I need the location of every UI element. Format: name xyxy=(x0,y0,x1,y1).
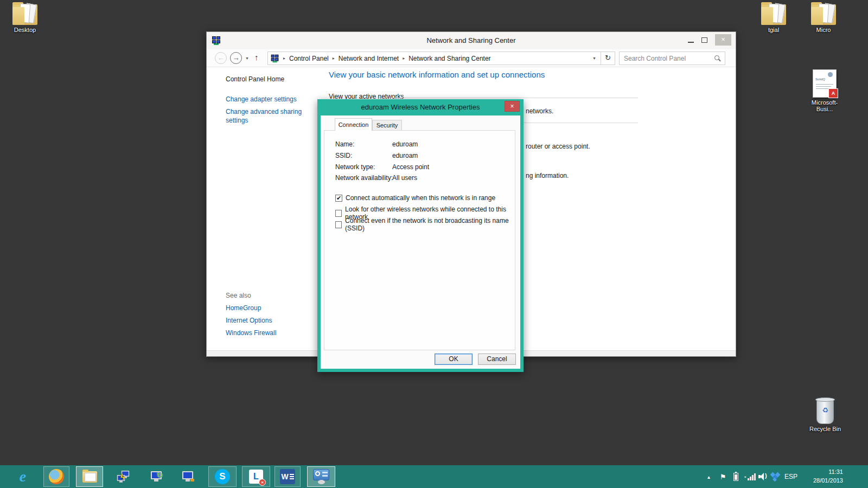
minimize-button[interactable] xyxy=(688,42,694,43)
folder-icon xyxy=(12,3,37,25)
tray-battery[interactable] xyxy=(733,465,738,488)
search-icon xyxy=(714,55,719,60)
sidebar-item-control-panel-home[interactable]: Control Panel Home xyxy=(226,75,284,83)
field-value-network-type: Access point xyxy=(392,163,429,171)
dialog-title: eduroam Wireless Network Properties xyxy=(317,103,524,111)
internet-explorer-icon: e xyxy=(20,468,26,485)
breadcrumb-item-control-panel[interactable]: Control Panel xyxy=(289,55,329,62)
field-label-network-availability: Network availability: xyxy=(335,174,393,182)
tab-connection[interactable]: Connection xyxy=(335,118,372,131)
breadcrumb-separator-icon: ▸ xyxy=(403,56,405,61)
taskbar-item-skype[interactable]: S xyxy=(208,466,237,487)
field-value-ssid: eduroam xyxy=(392,152,418,159)
skype-icon: S xyxy=(215,469,230,484)
history-dropdown-icon[interactable]: ▼ xyxy=(245,56,249,60)
maximize-button[interactable] xyxy=(701,37,707,43)
desktop-icon-micro[interactable]: Micro xyxy=(804,3,843,33)
breadcrumb-item-network-internet[interactable]: Network and Internet xyxy=(339,55,399,62)
taskbar-item-file-explorer[interactable] xyxy=(76,466,103,487)
close-button[interactable]: × xyxy=(715,34,731,46)
taskbar-item-putty[interactable]: ϟ xyxy=(112,466,136,487)
window-titlebar[interactable]: Network and Sharing Center × xyxy=(207,32,736,49)
section-divider xyxy=(522,123,638,123)
sidebar-item-internet-options[interactable]: Internet Options xyxy=(226,317,272,324)
refresh-icon[interactable]: ↻ xyxy=(601,52,615,65)
taskbar-item-control-panel[interactable] xyxy=(307,466,335,487)
tray-language-indicator[interactable]: ESP xyxy=(784,465,797,488)
putty-icon: ϟ xyxy=(116,470,132,484)
breadcrumb[interactable]: ▸ Control Panel ▸ Network and Internet ▸… xyxy=(267,52,615,65)
text-fragment-networks: networks. xyxy=(526,107,553,115)
breadcrumb-item-network-sharing[interactable]: Network and Sharing Center xyxy=(409,55,490,62)
chevron-up-icon: ▴ xyxy=(707,474,710,480)
up-button[interactable]: ↑ xyxy=(254,53,259,62)
section-divider xyxy=(390,98,638,98)
folder-icon xyxy=(761,3,786,25)
field-label-name: Name: xyxy=(335,140,354,148)
eduroam-properties-dialog: eduroam Wireless Network Properties × Co… xyxy=(317,99,524,372)
checkbox-connect-automatically[interactable]: ✔ Connect automatically when this networ… xyxy=(335,194,495,202)
tray-expand-button[interactable]: ▴ xyxy=(707,465,710,488)
battery-icon xyxy=(733,473,738,481)
sidebar-item-windows-firewall[interactable]: Windows Firewall xyxy=(226,329,276,337)
network-computer-icon xyxy=(182,471,193,479)
desktop-icon-recycle-bin[interactable]: ♻ Recycle Bin xyxy=(806,399,844,432)
error-badge-icon: × xyxy=(259,479,266,486)
field-label-network-type: Network type: xyxy=(335,163,375,171)
breadcrumb-separator-icon: ▸ xyxy=(333,56,335,61)
connection-tab-page: Name: eduroam SSID: eduroam Network type… xyxy=(324,130,515,350)
desktop: Desktop tgial Micro SolidQ A Microsoft-B… xyxy=(0,0,868,488)
ok-button[interactable]: OK xyxy=(435,354,473,365)
field-value-network-availability: All users xyxy=(392,174,417,182)
wifi-signal-icon: * xyxy=(744,473,756,480)
dialog-body: Connection Security Name: eduroam SSID: … xyxy=(321,115,520,369)
flag-icon: ⚑ xyxy=(720,473,726,481)
checkbox-connect-hidden-ssid[interactable]: Connect even if the network is not broad… xyxy=(335,217,515,232)
lync-icon: L× xyxy=(249,470,263,484)
control-panel-icon xyxy=(313,469,329,480)
back-button[interactable]: ← xyxy=(215,52,227,64)
window-title: Network and Sharing Center xyxy=(207,36,736,44)
tab-security[interactable]: Security xyxy=(372,120,402,131)
search-input[interactable]: Search Control Panel xyxy=(619,52,725,65)
firefox-icon xyxy=(49,469,64,484)
recycle-bin-icon: ♻ xyxy=(816,399,834,424)
desktop-icon-label: Recycle Bin xyxy=(806,426,844,432)
desktop-icon-label: Desktop xyxy=(4,27,46,33)
sidebar-item-homegroup[interactable]: HomeGroup xyxy=(226,304,261,312)
text-fragment-router: router or access point. xyxy=(526,143,590,150)
desktop-icon-label: Microsoft-Busi... xyxy=(804,99,845,112)
see-also-heading: See also xyxy=(226,292,251,299)
checkbox-icon[interactable]: ✔ xyxy=(335,195,342,202)
file-explorer-icon xyxy=(82,471,97,483)
forward-button[interactable]: → xyxy=(230,52,242,64)
search-placeholder: Search Control Panel xyxy=(624,55,686,62)
desktop-icon-desktop[interactable]: Desktop xyxy=(4,3,46,33)
taskbar-item-internet-explorer[interactable]: e xyxy=(11,466,35,487)
clock-time: 11:31 xyxy=(802,467,843,476)
cancel-button[interactable]: Cancel xyxy=(478,354,516,365)
tray-action-center[interactable]: ⚑ xyxy=(720,465,726,488)
taskbar-item-firefox[interactable] xyxy=(43,466,69,487)
desktop-icon-tgial[interactable]: tgial xyxy=(754,3,793,33)
address-dropdown-icon[interactable]: ▼ xyxy=(588,56,601,60)
page-title: View your basic network information and … xyxy=(329,70,545,79)
desktop-icon-label: Micro xyxy=(804,27,843,33)
sidebar-item-change-adapter-settings[interactable]: Change adapter settings xyxy=(226,95,297,103)
desktop-icon-pdf-document[interactable]: SolidQ A Microsoft-Busi... xyxy=(804,69,845,112)
checkbox-icon[interactable] xyxy=(335,221,342,228)
tray-volume[interactable]: ) xyxy=(758,465,768,488)
dropbox-icon xyxy=(770,472,780,481)
clock-date: 28/01/2013 xyxy=(802,476,843,485)
sidebar-item-change-advanced-sharing[interactable]: Change advanced sharing settings xyxy=(226,107,306,125)
speaker-icon: ) xyxy=(758,473,768,480)
taskbar-item-remote-desktop[interactable]: ↻ xyxy=(143,466,169,487)
tray-dropbox[interactable] xyxy=(770,465,780,488)
tray-network-signal[interactable]: * xyxy=(744,465,756,488)
dialog-close-button[interactable]: × xyxy=(505,101,520,112)
checkbox-icon[interactable] xyxy=(335,210,342,217)
taskbar-item-lync[interactable]: L× xyxy=(242,466,270,487)
taskbar-item-word[interactable]: W xyxy=(275,466,301,487)
tray-clock[interactable]: 11:31 28/01/2013 xyxy=(802,467,843,485)
taskbar-item-network-computer[interactable] xyxy=(176,466,200,487)
